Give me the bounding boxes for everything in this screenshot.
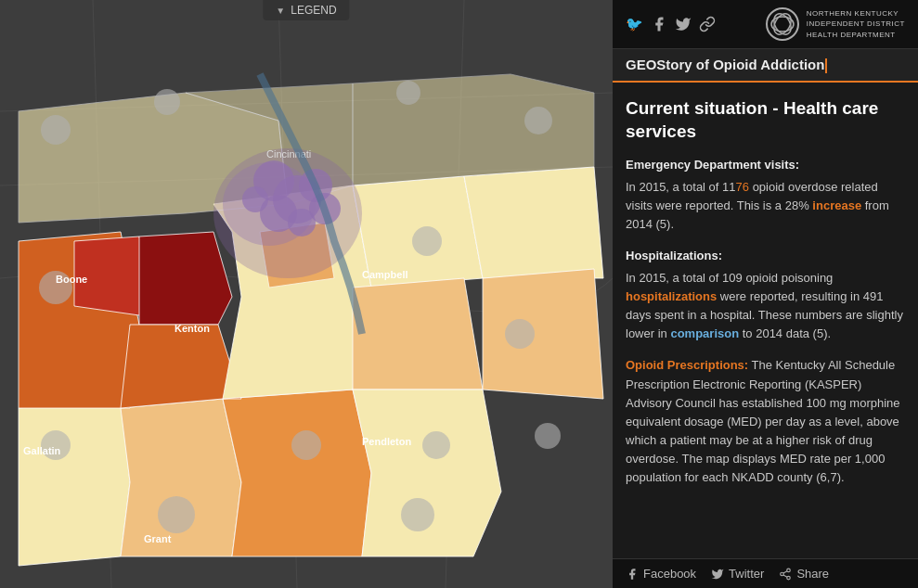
org-logo: NORTHERN KENTUCKYINDEPENDENT DISTRICTHEA…: [766, 7, 905, 41]
facebook-footer-link[interactable]: Facebook: [626, 567, 696, 581]
facebook-icon[interactable]: [651, 16, 667, 32]
twitter-footer-link[interactable]: Twitter: [711, 567, 764, 581]
facebook-header-icon[interactable]: 🐦: [626, 16, 643, 32]
emergency-highlight: increase: [812, 198, 861, 212]
svg-point-38: [242, 186, 268, 212]
geostory-title: GEOStory of Opioid Addiction: [613, 49, 918, 83]
emergency-body: In 2015, a total of 1176 opioid overdose…: [626, 178, 905, 234]
share-footer-icon: [779, 568, 792, 581]
map-container: Cincinnati Boone Kenton Campbell Gallati…: [0, 0, 613, 588]
hospitalization-body: In 2015, a total of 109 opioid poisoning…: [626, 269, 905, 344]
svg-point-26: [154, 89, 180, 115]
link-icon[interactable]: [699, 16, 716, 32]
section-heading: Current situation - Health care services: [626, 97, 905, 143]
svg-point-44: [401, 498, 434, 531]
hospitalization-title: Hospitalizations:: [626, 247, 905, 265]
prescription-text: The Kentucky All Schedule Prescription E…: [626, 358, 900, 484]
svg-point-31: [505, 319, 535, 349]
twitter-footer-label: Twitter: [729, 567, 764, 581]
svg-point-49: [781, 572, 784, 576]
prescription-title: Opioid Prescriptions:: [626, 358, 748, 372]
twitter-icon[interactable]: [675, 16, 692, 32]
emergency-text-before: In 2015, a total of 11: [626, 180, 736, 194]
grant-label: Grant: [144, 533, 172, 544]
svg-line-52: [783, 570, 787, 572]
cursor-blink: [825, 58, 827, 73]
emergency-number: 76: [736, 180, 749, 194]
svg-point-30: [412, 226, 442, 256]
prescription-body: Opioid Prescriptions: The Kentucky All S…: [626, 356, 905, 487]
svg-marker-18: [464, 167, 603, 278]
svg-marker-22: [353, 74, 594, 185]
svg-point-40: [158, 496, 195, 533]
panel-content[interactable]: Current situation - Health care services…: [613, 83, 918, 558]
boone-label: Boone: [56, 274, 87, 285]
svg-marker-7: [121, 399, 241, 556]
pendleton-label: Pendleton: [362, 436, 411, 447]
campbell-label: Campbell: [362, 269, 408, 280]
svg-marker-17: [353, 390, 501, 556]
svg-point-41: [291, 430, 321, 460]
legend-label: LEGEND: [291, 4, 336, 17]
share-footer-link[interactable]: Share: [779, 567, 829, 581]
right-panel: 🐦 NORTHERN: [613, 0, 918, 588]
svg-point-50: [787, 576, 791, 580]
share-footer-label: Share: [796, 567, 829, 581]
facebook-footer-label: Facebook: [643, 567, 696, 581]
hosp-highlight1: hospitalizations: [626, 289, 717, 303]
legend-bar[interactable]: ▼ LEGEND: [263, 0, 349, 20]
svg-line-51: [783, 574, 787, 576]
emergency-title: Emergency Department visits:: [626, 156, 905, 174]
header-icons: 🐦: [626, 16, 716, 32]
svg-point-27: [396, 81, 420, 105]
panel-header: 🐦 NORTHERN: [613, 0, 918, 49]
svg-point-43: [535, 423, 561, 449]
hosp-highlight2: comparison: [670, 326, 739, 340]
svg-point-42: [422, 431, 450, 459]
panel-footer: Facebook Twitter Share: [613, 558, 918, 588]
hosp-text3: to 2014 data (5).: [739, 326, 831, 340]
facebook-footer-icon: [626, 568, 639, 581]
svg-point-47: [770, 11, 795, 38]
map-area[interactable]: ▼ LEGEND: [0, 0, 613, 588]
svg-point-48: [787, 569, 791, 572]
org-name: NORTHERN KENTUCKYINDEPENDENT DISTRICTHEA…: [807, 8, 905, 40]
legend-chevron: ▼: [276, 6, 285, 16]
svg-point-28: [524, 107, 552, 134]
svg-marker-16: [353, 278, 483, 390]
hosp-text1: In 2015, a total of 109 opioid poisoning: [626, 271, 833, 285]
org-logo-circle: [766, 7, 799, 41]
svg-marker-6: [19, 399, 130, 566]
gallatin-label: Gallatin: [23, 445, 61, 456]
svg-marker-19: [483, 269, 603, 399]
svg-point-25: [41, 115, 71, 145]
twitter-footer-icon: [711, 568, 724, 581]
geostory-title-text: GEOStory of Opioid Addiction: [626, 57, 824, 72]
svg-marker-8: [223, 390, 371, 556]
kenton-label: Kenton: [175, 323, 210, 334]
